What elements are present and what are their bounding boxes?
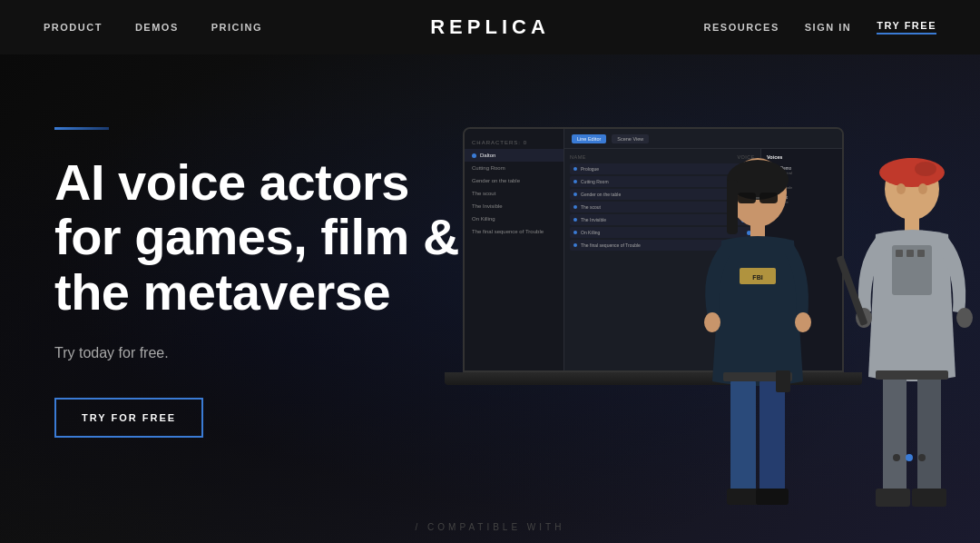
carousel-dots [893, 454, 926, 461]
tab-scene-view[interactable]: Scene View [612, 134, 649, 143]
nav-right: RESOURCES SIGN IN TRY FREE [704, 20, 936, 35]
item-dot [573, 218, 577, 222]
svg-rect-2 [727, 180, 738, 234]
character-male [821, 127, 980, 543]
svg-rect-28 [917, 250, 925, 257]
svg-point-23 [918, 183, 927, 194]
sidebar-item-label: Dalton [480, 153, 495, 158]
nav-demos[interactable]: DEMOS [135, 22, 179, 33]
svg-rect-35 [912, 489, 946, 507]
dot-2[interactable] [906, 454, 913, 461]
svg-rect-33 [917, 375, 941, 500]
svg-rect-32 [883, 375, 906, 500]
svg-rect-4 [760, 193, 778, 203]
nav-left: PRODUCT DEMOS PRICING [44, 22, 262, 33]
item-dot [573, 167, 577, 171]
hero-visual: Characters: 0 Dalton Cutting Room Gender… [436, 73, 980, 543]
hero-subtext: Try today for free. [54, 345, 481, 361]
nav-product[interactable]: PRODUCT [44, 22, 103, 33]
svg-rect-36 [876, 370, 948, 380]
svg-point-9 [704, 312, 720, 332]
svg-point-22 [897, 183, 906, 194]
logo[interactable]: REPLICA [430, 15, 550, 39]
svg-rect-27 [906, 250, 914, 257]
hero-section: AI voice actors for games, film & the me… [0, 54, 980, 543]
svg-rect-26 [896, 250, 903, 257]
item-dot [573, 180, 577, 183]
dot-1[interactable] [893, 454, 900, 461]
svg-rect-12 [760, 380, 785, 498]
svg-point-10 [795, 312, 811, 332]
nav-resources[interactable]: RESOURCES [704, 22, 779, 33]
dot-3[interactable] [918, 454, 926, 461]
nav-try-free[interactable]: TRY FREE [877, 20, 936, 35]
tab-line-editor[interactable]: Line Editor [572, 134, 606, 143]
hero-content: AI voice actors for games, film & the me… [54, 127, 481, 438]
svg-point-21 [915, 162, 936, 176]
svg-rect-3 [738, 193, 756, 203]
list-col-name: Name [570, 154, 586, 160]
try-for-free-button[interactable]: TRY FOR FREE [54, 398, 203, 438]
svg-rect-34 [876, 489, 910, 507]
item-dot [573, 205, 577, 209]
accent-line [54, 127, 109, 130]
item-dot [573, 231, 577, 234]
item-dot [573, 193, 577, 196]
hero-headline: AI voice actors for games, film & the me… [54, 155, 481, 320]
svg-rect-11 [730, 380, 756, 498]
svg-text:FBI: FBI [752, 274, 762, 281]
nav-signin[interactable]: SIGN IN [805, 22, 851, 33]
svg-rect-16 [756, 489, 789, 505]
svg-rect-18 [776, 370, 790, 392]
navigation: PRODUCT DEMOS PRICING REPLICA RESOURCES … [0, 0, 980, 54]
nav-pricing[interactable]: PRICING [211, 22, 262, 33]
compatible-with-bar: / COMPATIBLE WITH [0, 522, 980, 532]
sidebar-item-label: The final sequence of Trouble [472, 229, 544, 234]
item-dot [573, 243, 577, 247]
svg-rect-14 [727, 489, 760, 505]
svg-point-31 [956, 308, 973, 328]
